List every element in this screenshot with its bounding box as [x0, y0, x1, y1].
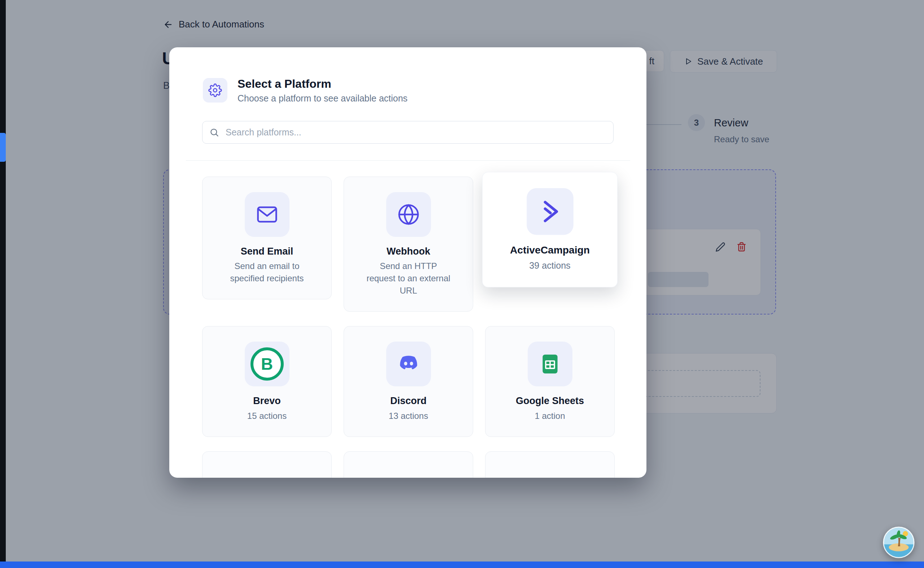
select-platform-dialog: Select a Platform Choose a platform to s…	[169, 47, 647, 478]
google-sheets-icon	[528, 341, 573, 387]
bottom-accent-bar	[0, 562, 924, 568]
platform-name: Google Sheets	[516, 395, 584, 406]
platform-description: Send an HTTP request to an external URL	[366, 260, 450, 297]
platform-name: Send Email	[241, 246, 294, 257]
dialog-subtitle: Choose a platform to see available actio…	[238, 93, 407, 104]
platform-name: Brevo	[253, 395, 281, 406]
platform-grid: Send Email Send an email to specified re…	[202, 177, 614, 478]
dialog-header-text: Select a Platform Choose a platform to s…	[238, 77, 407, 104]
tropical-island-icon	[883, 526, 915, 558]
screen: Back to Automations U B ft Save & Activa…	[0, 0, 924, 568]
platform-card-partial[interactable]	[344, 452, 473, 478]
divider	[186, 160, 630, 161]
dialog-header: Select a Platform Choose a platform to s…	[203, 77, 613, 104]
platform-card-google-sheets[interactable]: Google Sheets 1 action	[485, 326, 615, 437]
island-fab-button[interactable]	[883, 526, 915, 558]
platform-name: Webhook	[387, 246, 430, 257]
platform-card-partial[interactable]	[202, 452, 332, 478]
platform-description: 15 actions	[247, 410, 286, 422]
sidebar-active-indicator	[0, 133, 6, 162]
search-container	[202, 121, 613, 144]
platform-card-partial[interactable]	[485, 452, 615, 478]
search-platforms-input[interactable]	[202, 121, 613, 144]
platform-card-send-email[interactable]: Send Email Send an email to specified re…	[202, 177, 332, 300]
mail-icon	[245, 192, 289, 237]
platform-description: 13 actions	[389, 410, 428, 422]
platform-card-webhook[interactable]: Webhook Send an HTTP request to an exter…	[344, 177, 473, 312]
activecampaign-icon	[527, 188, 574, 235]
gear-icon	[203, 78, 228, 103]
platform-description: Send an email to specified recipients	[230, 260, 303, 284]
dialog-title: Select a Platform	[238, 77, 407, 91]
platform-description: 39 actions	[529, 259, 570, 272]
platform-name: Discord	[390, 395, 427, 406]
brevo-icon: B	[245, 341, 289, 387]
platform-card-discord[interactable]: Discord 13 actions	[344, 326, 473, 437]
platform-card-brevo[interactable]: B Brevo 15 actions	[202, 326, 332, 437]
globe-icon	[386, 192, 431, 237]
platform-card-activecampaign[interactable]: ActiveCampaign 39 actions	[482, 172, 618, 287]
platform-description: 1 action	[535, 410, 565, 422]
search-icon	[210, 127, 219, 137]
discord-icon	[386, 341, 431, 387]
platform-name: ActiveCampaign	[510, 244, 590, 256]
sidebar-strip	[0, 0, 6, 568]
